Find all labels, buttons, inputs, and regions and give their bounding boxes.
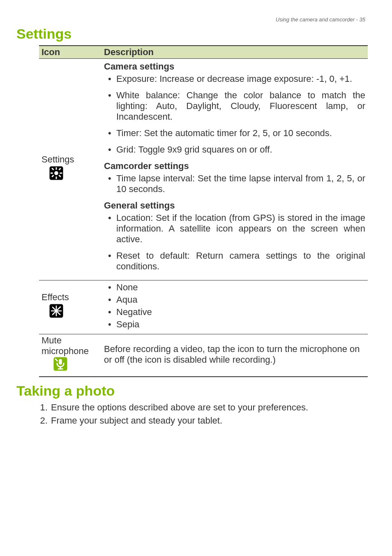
svg-point-1 — [54, 171, 58, 175]
icon-cell-effects: Effects — [39, 280, 101, 334]
description-cell-mute: Before recording a video, tap the icon t… — [101, 334, 368, 377]
description-cell-effects: None Aqua Negative Sepia — [101, 280, 368, 334]
effects-list: None Aqua Negative Sepia — [104, 282, 365, 330]
step-item: Ensure the options described above are s… — [50, 402, 369, 413]
general-settings-list: Location: Set if the location (from GPS)… — [104, 213, 365, 272]
taking-photo-steps: Ensure the options described above are s… — [38, 402, 369, 426]
settings-table-wrap: Icon Description Settings — [39, 45, 369, 377]
svg-rect-3 — [56, 176, 57, 179]
svg-rect-17 — [59, 359, 62, 365]
settings-table: Icon Description Settings — [39, 45, 368, 377]
list-item: Reset to default: Return camera settings… — [106, 250, 365, 272]
general-settings-heading: General settings — [104, 200, 365, 211]
running-head: Using the camera and camcorder - 35 — [16, 16, 369, 23]
list-item: Grid: Toggle 9x9 grid squares on or off. — [106, 144, 365, 155]
table-row: Effects — [39, 280, 368, 334]
page-content: Using the camera and camcorder - 35 Sett… — [0, 0, 392, 426]
list-item: Time lapse interval: Set the time lapse … — [106, 173, 365, 195]
svg-rect-4 — [51, 173, 53, 174]
settings-heading: Settings — [16, 26, 369, 42]
sparkle-icon — [49, 303, 64, 321]
list-item: Exposure: Increase or decrease image exp… — [106, 74, 365, 84]
camera-settings-list: Exposure: Increase or decrease image exp… — [104, 74, 365, 155]
icon-label-settings: Settings — [42, 154, 74, 165]
icon-label-mute-line1: Mute — [42, 335, 62, 345]
list-item: Location: Set if the location (from GPS)… — [106, 213, 365, 245]
icon-label-effects: Effects — [42, 292, 69, 303]
icon-label-mute-line2: microphone — [42, 346, 89, 356]
camcorder-settings-list: Time lapse interval: Set the time lapse … — [104, 173, 365, 195]
mute-description: Before recording a video, tap the icon t… — [104, 344, 365, 365]
column-header-icon: Icon — [39, 46, 101, 59]
mute-microphone-icon — [53, 357, 68, 374]
list-item: White balance: Change the color balance … — [106, 90, 365, 122]
icon-cell-mute: Mute microphone — [39, 334, 101, 377]
camera-settings-heading: Camera settings — [104, 61, 365, 72]
column-header-description: Description — [101, 46, 368, 59]
icon-cell-settings: Settings — [39, 59, 101, 280]
list-item: Negative — [106, 307, 365, 317]
svg-rect-2 — [56, 167, 57, 170]
table-row: Mute microphone — [39, 334, 368, 377]
list-item: Aqua — [106, 294, 365, 305]
list-item: Sepia — [106, 319, 365, 330]
list-item: Timer: Set the automatic timer for 2, 5,… — [106, 128, 365, 139]
taking-photo-heading: Taking a photo — [16, 383, 369, 399]
svg-point-15 — [60, 306, 61, 308]
list-item: None — [106, 282, 365, 293]
table-row: Settings — [39, 59, 368, 280]
description-cell-settings: Camera settings Exposure: Increase or de… — [101, 59, 368, 280]
gear-icon — [49, 166, 64, 183]
svg-rect-5 — [60, 173, 62, 174]
camcorder-settings-heading: Camcorder settings — [104, 161, 365, 171]
step-item: Frame your subject and steady your table… — [50, 415, 369, 426]
